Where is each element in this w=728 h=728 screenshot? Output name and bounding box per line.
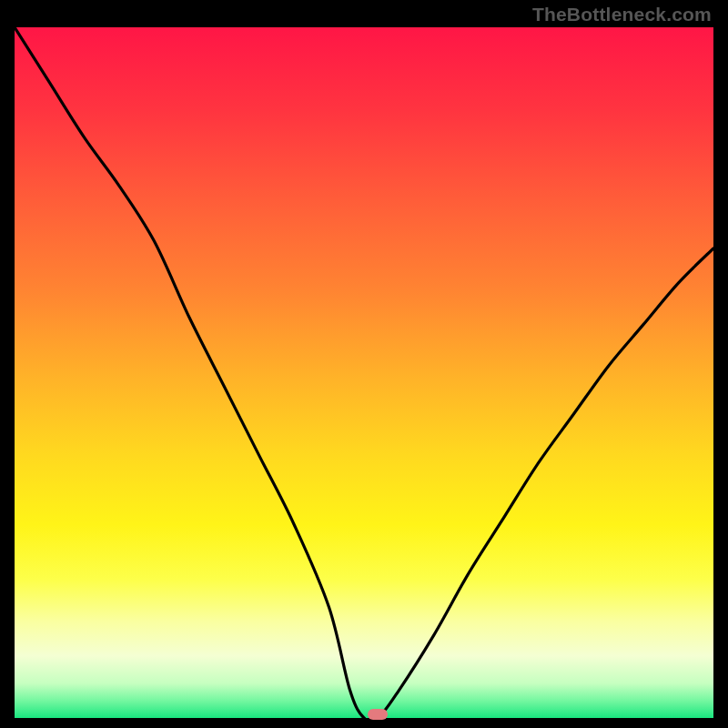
chart-container: TheBottleneck.com [0,0,728,728]
optimum-marker-icon [368,709,388,720]
plot-area [15,27,713,718]
attribution-text: TheBottleneck.com [532,4,712,25]
svg-rect-0 [15,27,713,718]
heatmap-gradient [15,27,713,718]
